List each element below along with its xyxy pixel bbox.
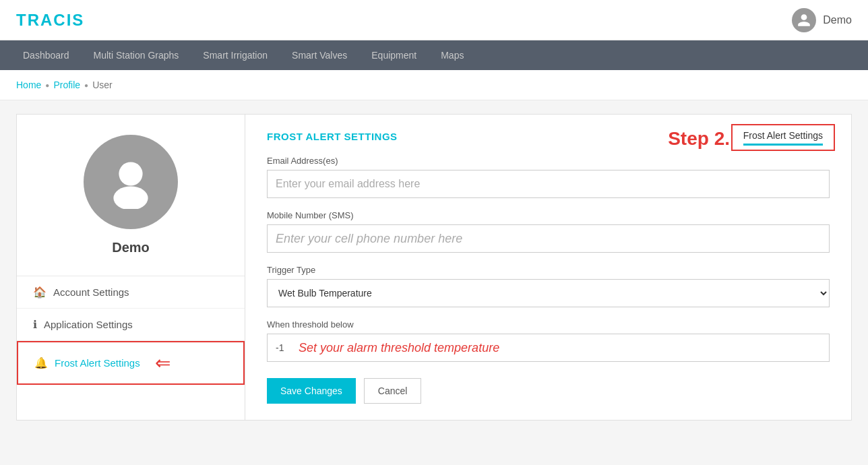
button-row: Save Changes Cancel xyxy=(267,378,830,404)
user-area: Demo xyxy=(792,8,852,32)
threshold-row: -1 Set your alarm threshold temperature xyxy=(267,334,830,362)
mobile-group: Mobile Number (SMS) xyxy=(267,210,830,253)
breadcrumb-current: User xyxy=(92,80,113,90)
email-label: Email Address(es) xyxy=(267,156,830,166)
sidebar-item-application-settings[interactable]: ℹ Application Settings xyxy=(17,309,245,341)
content-area: Demo 🏠 Account Settings ℹ Application Se… xyxy=(0,100,868,434)
breadcrumb-profile[interactable]: Profile xyxy=(53,80,80,90)
threshold-hint: Set your alarm threshold temperature xyxy=(299,341,499,355)
nav-item-smart-valves[interactable]: Smart Valves xyxy=(280,40,359,70)
breadcrumb-home[interactable]: Home xyxy=(16,80,41,90)
threshold-label: When threshold below xyxy=(267,319,830,330)
trigger-select[interactable]: Wet Bulb Temperature Air Temperature Dew… xyxy=(267,279,830,307)
nav-item-equipment[interactable]: Equipment xyxy=(359,40,429,70)
svg-point-1 xyxy=(113,186,148,209)
nav-item-smart-irrigation[interactable]: Smart Irrigation xyxy=(191,40,280,70)
nav-item-maps[interactable]: Maps xyxy=(429,40,476,70)
email-input[interactable] xyxy=(267,170,830,198)
nav-item-dashboard[interactable]: Dashboard xyxy=(11,40,82,70)
frost-alert-label: Frost Alert Settings xyxy=(55,357,140,369)
logo: TRACIS xyxy=(16,11,84,30)
mobile-label: Mobile Number (SMS) xyxy=(267,210,830,220)
header: TRACIS Demo xyxy=(0,0,868,40)
user-avatar-icon xyxy=(792,8,816,32)
info-icon: ℹ xyxy=(33,318,37,331)
user-name: Demo xyxy=(823,14,852,26)
cancel-button[interactable]: Cancel xyxy=(364,378,422,404)
svg-point-0 xyxy=(119,162,142,185)
email-group: Email Address(es) xyxy=(267,156,830,198)
tab-button-container: Frost Alert Settings xyxy=(731,124,835,151)
step-annotation: Step 2. xyxy=(668,128,730,150)
save-button[interactable]: Save Changes xyxy=(267,378,356,404)
breadcrumb-sep-2: ● xyxy=(84,82,88,89)
main-panel: Step 2. Frost Alert Settings FROST ALERT… xyxy=(245,114,852,421)
nav-item-multi-station[interactable]: Multi Station Graphs xyxy=(82,40,191,70)
bell-icon: 🔔 xyxy=(34,356,48,369)
sidebar-username: Demo xyxy=(112,240,150,255)
threshold-group: When threshold below -1 Set your alarm t… xyxy=(267,319,830,362)
frost-alert-tab[interactable]: Frost Alert Settings xyxy=(743,130,823,146)
breadcrumb-sep-1: ● xyxy=(45,82,49,89)
account-settings-label: Account Settings xyxy=(53,286,129,298)
main-nav: Dashboard Multi Station Graphs Smart Irr… xyxy=(0,40,868,70)
home-icon: 🏠 xyxy=(33,286,46,299)
avatar xyxy=(84,135,178,229)
mobile-input[interactable] xyxy=(267,224,830,253)
sidebar-item-frost-alert[interactable]: 🔔 Frost Alert Settings ⇐ xyxy=(17,341,245,385)
sidebar-item-account-settings[interactable]: 🏠 Account Settings xyxy=(17,276,245,309)
application-settings-label: Application Settings xyxy=(44,319,133,330)
threshold-value: -1 xyxy=(276,342,292,353)
sidebar: Demo 🏠 Account Settings ℹ Application Se… xyxy=(16,114,245,421)
trigger-label: Trigger Type xyxy=(267,265,830,275)
trigger-group: Trigger Type Wet Bulb Temperature Air Te… xyxy=(267,265,830,307)
avatar-area: Demo xyxy=(17,115,245,269)
arrow-annotation: ⇐ xyxy=(155,352,170,374)
sidebar-menu: 🏠 Account Settings ℹ Application Setting… xyxy=(17,276,245,385)
breadcrumb: Home ● Profile ● User xyxy=(0,70,868,100)
